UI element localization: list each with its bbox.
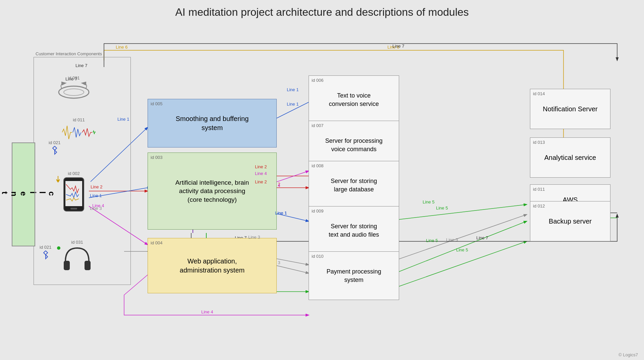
id001-label: id 001 bbox=[68, 75, 79, 80]
svg-text:Line 7: Line 7 bbox=[392, 44, 404, 49]
svg-marker-50 bbox=[56, 180, 60, 183]
svg-text:Line 5: Line 5 bbox=[456, 247, 468, 252]
line3-label-1: Line 3 bbox=[248, 235, 260, 240]
phone-icon bbox=[62, 176, 86, 213]
id014-box: id 014 Notification Server bbox=[530, 89, 610, 129]
id011-area: id 011 bbox=[62, 117, 96, 142]
svg-text:Line 6: Line 6 bbox=[387, 45, 399, 50]
id013-box: id 013 Analytical service bbox=[530, 137, 610, 178]
id002-label: id 002 bbox=[68, 171, 79, 176]
id021-bottom-label: id 021 bbox=[40, 245, 51, 250]
id021-top-label: id 021 bbox=[49, 140, 60, 145]
svg-line-30 bbox=[382, 221, 527, 278]
id010-label: Payment processing system bbox=[326, 267, 381, 284]
id012-id-label: id 012 bbox=[533, 203, 545, 209]
id004-id-label: id 004 bbox=[151, 240, 162, 246]
id007-id-label: id 007 bbox=[312, 123, 323, 129]
svg-rect-55 bbox=[85, 261, 91, 270]
id004-box: id 004 Web application, administration s… bbox=[148, 238, 277, 293]
svg-line-19 bbox=[382, 215, 527, 265]
svg-line-28 bbox=[384, 204, 527, 221]
id013-label: Analytical service bbox=[544, 153, 596, 162]
bluetooth-icon-top bbox=[51, 145, 59, 155]
svg-text:Line 4: Line 4 bbox=[201, 309, 213, 314]
id004-label: Web application, administration system bbox=[180, 257, 245, 275]
green-dot-connector bbox=[55, 245, 65, 251]
id009-label: Server for storing text and audio files bbox=[329, 222, 379, 239]
gold-arrow-icon bbox=[55, 176, 61, 183]
id003-id-label: id 003 bbox=[151, 155, 162, 161]
id031-label: id 031 bbox=[71, 240, 83, 245]
line1-label-1: Line 1 bbox=[287, 87, 299, 92]
svg-text:Line 3: Line 3 bbox=[446, 237, 458, 242]
id005-label: Smoothing and buffering system bbox=[176, 114, 249, 132]
id006-box: id 006 Text to voice conversion service bbox=[309, 75, 399, 124]
line5-label-2: Line 5 bbox=[426, 238, 438, 243]
clients-box: clients bbox=[12, 142, 35, 246]
svg-line-34 bbox=[384, 241, 527, 292]
id013-id-label: id 013 bbox=[533, 139, 545, 145]
svg-text:Line 1: Line 1 bbox=[287, 102, 299, 107]
id008-box: id 008 Server for storing large database bbox=[309, 161, 399, 209]
id021-bottom-area: id 021 bbox=[40, 245, 51, 260]
clients-label: clients bbox=[0, 191, 56, 197]
id008-id-label: id 008 bbox=[312, 163, 323, 169]
id021-top-area: id 021 bbox=[49, 140, 60, 155]
id006-id-label: id 006 bbox=[312, 77, 323, 83]
line1-label-2: Line 1 bbox=[275, 211, 287, 216]
id012-box: id 012 Backup server bbox=[530, 201, 610, 241]
id008-label: Server for storing large database bbox=[331, 177, 377, 193]
svg-line-7 bbox=[275, 101, 312, 119]
headphones-icon bbox=[62, 245, 92, 272]
id014-label: Notification Server bbox=[543, 105, 597, 114]
bluetooth-icon-bottom bbox=[42, 250, 50, 260]
id010-id-label: id 010 bbox=[312, 253, 323, 259]
svg-rect-53 bbox=[70, 208, 77, 209]
id003-label: Artificial intelligence, brain activity … bbox=[175, 178, 249, 204]
customer-area-label: Customer Interaction Components bbox=[36, 51, 102, 56]
id007-label: Server for processing voice commands bbox=[325, 137, 382, 153]
copyright: © Logics7 bbox=[619, 352, 638, 357]
waveform-icon bbox=[62, 122, 96, 142]
id011-label: id 011 bbox=[73, 117, 85, 122]
id009-id-label: id 009 bbox=[312, 208, 323, 214]
svg-point-49 bbox=[64, 89, 84, 96]
line4-label-1: Line 4 bbox=[255, 171, 267, 176]
id011r-id-label: id 011 bbox=[533, 186, 545, 192]
line2-label-1: Line 2 bbox=[255, 164, 267, 169]
id005-box: id 005 Smoothing and buffering system bbox=[148, 99, 277, 147]
svg-rect-54 bbox=[64, 261, 70, 270]
line5-label-1: Line 5 bbox=[423, 199, 434, 204]
svg-rect-52 bbox=[65, 181, 82, 206]
line2-label-2: Line 2 bbox=[255, 179, 267, 184]
id001-area: id 001 bbox=[55, 75, 92, 104]
id002-area: id 002 bbox=[62, 171, 86, 213]
svg-point-48 bbox=[59, 86, 89, 98]
id014-id-label: id 014 bbox=[533, 91, 545, 97]
svg-text:Line 5: Line 5 bbox=[436, 205, 448, 211]
main-title: AI meditation project architecture and d… bbox=[0, 0, 644, 21]
id005-id-label: id 005 bbox=[151, 101, 162, 107]
id009-box: id 009 Server for storing text and audio… bbox=[309, 206, 399, 255]
svg-text:Line 7: Line 7 bbox=[476, 235, 488, 240]
id031-area: id 031 bbox=[62, 240, 92, 272]
id012-label: Backup server bbox=[549, 217, 592, 226]
id010-box: id 010 Payment processing system bbox=[309, 251, 399, 300]
wristband-icon bbox=[55, 80, 92, 104]
svg-point-56 bbox=[57, 246, 60, 250]
svg-text:Line 6: Line 6 bbox=[116, 45, 127, 50]
id006-label: Text to voice conversion service bbox=[329, 92, 379, 108]
